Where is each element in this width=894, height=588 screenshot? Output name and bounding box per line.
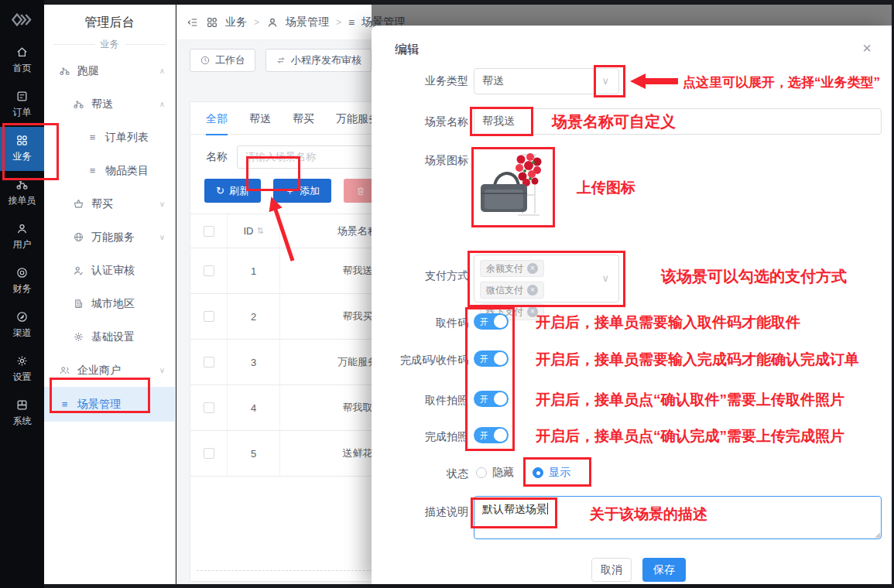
rail-label: 首页 xyxy=(13,62,32,75)
sidebar-item-universal-service[interactable]: 万能服务∨ xyxy=(44,220,175,254)
field-label-finish-photo: 完成拍照 xyxy=(372,430,468,444)
row-checkbox[interactable] xyxy=(204,448,214,459)
annotation-pickup-code: 开启后，接单员需要输入取件码才能取件 xyxy=(536,313,800,333)
sidebar-item-order-list[interactable]: ≡订单列表 xyxy=(44,121,175,154)
sidebar-item-city-region[interactable]: 城市地区 xyxy=(44,287,175,320)
chevron-up-icon: ∧ xyxy=(159,67,165,75)
rail-label: 设置 xyxy=(13,371,32,384)
rail-label: 系统 xyxy=(13,415,32,428)
radio-icon-selected xyxy=(533,467,543,478)
rail-item-settings[interactable]: 设置 xyxy=(0,347,44,391)
breadcrumb-item[interactable]: 业务 xyxy=(225,15,247,29)
finish-code-toggle[interactable]: 开 xyxy=(474,350,509,367)
field-label-finish-code: 完成码/收件码 xyxy=(372,354,468,368)
sidebar-item-bangsong[interactable]: 帮送∧ xyxy=(44,87,175,121)
sidebar-item-item-category[interactable]: ≡物品类目 xyxy=(44,154,175,187)
annotation-scene-name: 场景名称可自定义 xyxy=(552,111,676,132)
cell-id: 5 xyxy=(228,431,280,476)
status-radio-visible[interactable]: 显示 xyxy=(533,466,570,480)
sidebar-item-label: 帮送 xyxy=(91,97,113,111)
refresh-button[interactable]: ↻刷新 xyxy=(204,179,261,203)
trash-icon xyxy=(355,186,366,197)
home-icon xyxy=(15,46,29,59)
users-icon xyxy=(58,364,71,376)
scene-icon-image xyxy=(474,150,552,224)
sidebar-item-paotui[interactable]: 跑腿∧ xyxy=(44,54,175,87)
rail-item-users[interactable]: 用户 xyxy=(0,215,44,259)
toggle-knob xyxy=(494,352,507,365)
select-all-checkbox[interactable] xyxy=(204,226,214,237)
sidebar-section-label: 业务 xyxy=(53,38,166,51)
chevron-up-icon: ∧ xyxy=(159,100,165,108)
rail-item-finance[interactable]: 财务 xyxy=(0,259,44,303)
gear-icon xyxy=(15,354,29,368)
pickup-code-toggle[interactable]: 开 xyxy=(474,313,509,330)
building-icon xyxy=(72,298,85,309)
collapse-menu-icon[interactable] xyxy=(187,16,199,29)
tab-workbench[interactable]: 工作台 xyxy=(190,49,255,72)
row-checkbox[interactable] xyxy=(204,311,214,322)
save-button[interactable]: 保存 xyxy=(642,558,686,582)
tab-miniprogram-review[interactable]: 小程序发布审核 xyxy=(265,49,372,72)
rail-item-home[interactable]: 首页 xyxy=(0,39,44,83)
rider-icon xyxy=(72,98,85,110)
breadcrumb-item[interactable]: 场景管理 xyxy=(286,15,329,29)
channel-icon xyxy=(15,310,29,323)
sidebar-item-scene-management[interactable]: ≡场景管理 xyxy=(44,387,175,422)
rail-item-system[interactable]: 系统 xyxy=(0,391,44,436)
chevron-down-icon[interactable]: ∨ xyxy=(601,75,609,87)
annotation-biz-type: 点这里可以展开，选择“业务类型” xyxy=(683,74,880,91)
scene-name-input[interactable]: 帮我送 xyxy=(474,108,882,135)
rider-icon xyxy=(58,65,71,77)
user-check-icon xyxy=(72,265,85,276)
tab-all[interactable]: 全部 xyxy=(206,102,228,135)
annotation-upload-icon: 上传图标 xyxy=(577,178,635,198)
close-icon[interactable]: × xyxy=(862,39,872,57)
rail-item-channel[interactable]: 渠道 xyxy=(0,303,44,347)
rail-item-couriers[interactable]: 接单员 xyxy=(0,171,44,215)
cell-id: 4 xyxy=(228,385,280,430)
finance-icon xyxy=(15,266,29,279)
remove-tag-icon[interactable]: × xyxy=(527,263,538,274)
sidebar-item-label: 企业商户 xyxy=(77,364,121,378)
rail-label: 业务 xyxy=(13,150,32,163)
status-radio-hidden[interactable]: 隐藏 xyxy=(476,466,514,480)
field-label-pickup-photo: 取件拍照 xyxy=(372,394,468,408)
list-icon: ≡ xyxy=(348,16,355,29)
cancel-button[interactable]: 取消 xyxy=(591,558,632,582)
biz-type-select[interactable]: 帮送 ∨ xyxy=(474,68,619,94)
grid-icon xyxy=(15,134,29,147)
modal-overlay xyxy=(372,5,892,26)
sidebar-item-basic-settings[interactable]: 基础设置 xyxy=(44,320,175,354)
edit-scene-modal: 编辑 × 业务类型 帮送 ∨ 点这里可以展开，选择“业务类型” 场景名称 帮我送… xyxy=(372,26,892,584)
chevron-down-icon: ∨ xyxy=(159,200,165,208)
sidebar-item-bangmai[interactable]: 帮买∨ xyxy=(44,187,175,220)
finish-photo-toggle[interactable]: 开 xyxy=(474,427,509,443)
row-checkbox[interactable] xyxy=(204,265,214,276)
scene-icon-upload[interactable] xyxy=(474,150,552,224)
tab-bangsong[interactable]: 帮送 xyxy=(249,102,271,135)
field-label-payment: 支付方式 xyxy=(372,269,468,283)
rail-label: 接单员 xyxy=(9,194,36,207)
sidebar-item-auth-review[interactable]: 认证审核 xyxy=(44,254,175,287)
toggle-knob xyxy=(494,429,507,442)
payment-multiselect[interactable]: 余额支付× 微信支付× 线下支付× ∨ xyxy=(474,255,619,303)
pickup-photo-toggle[interactable]: 开 xyxy=(474,391,509,407)
tab-bangmai[interactable]: 帮买 xyxy=(293,102,314,135)
row-checkbox[interactable] xyxy=(204,402,214,413)
remove-tag-icon[interactable]: × xyxy=(527,285,538,296)
search-label: 名称 xyxy=(206,150,228,164)
radio-icon xyxy=(476,467,487,478)
rail-item-business[interactable]: 业务 xyxy=(0,127,44,171)
rail-item-orders[interactable]: 订单 xyxy=(0,83,44,127)
annotation-arrow-to-add xyxy=(254,191,303,265)
sidebar-item-enterprise-merchant[interactable]: 企业商户∨ xyxy=(44,354,175,387)
chevron-down-icon[interactable]: ∨ xyxy=(601,272,609,284)
annotation-description: 关于该场景的描述 xyxy=(590,504,707,525)
sidebar-title: 管理后台 xyxy=(44,5,175,38)
row-checkbox[interactable] xyxy=(204,357,214,368)
tab-label: 工作台 xyxy=(215,53,245,67)
user-icon xyxy=(15,222,29,235)
payment-tag-balance: 余额支付× xyxy=(480,260,544,277)
annotation-payment: 该场景可以勾选的支付方式 xyxy=(661,266,847,287)
